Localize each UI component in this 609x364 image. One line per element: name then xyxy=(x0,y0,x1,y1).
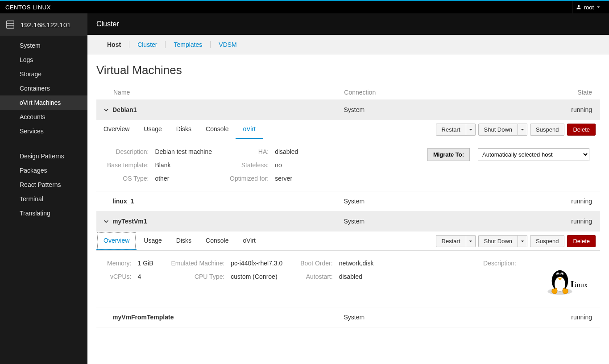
vm-panel: OverviewUsageDisksConsoleoVirt Restart S… xyxy=(96,120,600,191)
vm-connection: System xyxy=(344,218,539,225)
sidebar-item-services[interactable]: Services xyxy=(0,124,87,138)
sidebar-item-accounts[interactable]: Accounts xyxy=(0,110,87,124)
sidebar-item-design-patterns[interactable]: Design Patterns xyxy=(0,149,87,163)
sidebar-item-system[interactable]: System xyxy=(0,38,87,53)
tab-host[interactable]: Host xyxy=(96,41,129,48)
sub-tabs: HostClusterTemplatesVDSM xyxy=(87,35,609,54)
vm-connection: System xyxy=(344,198,539,205)
kv-value: no xyxy=(275,161,298,169)
shutdown-button[interactable]: Shut Down xyxy=(478,124,518,136)
kv-value: disabled xyxy=(339,273,374,280)
host-row[interactable]: 192.168.122.101 xyxy=(0,13,87,36)
vm-tab-console[interactable]: Console xyxy=(199,232,236,250)
vm-action-bar: Restart Shut Down Suspend Delete xyxy=(436,235,596,247)
restart-dropdown[interactable] xyxy=(466,124,476,136)
sidebar-item-packages[interactable]: Packages xyxy=(0,163,87,178)
vm-tab-console[interactable]: Console xyxy=(199,120,236,139)
kv-label: Base template: xyxy=(107,161,149,169)
vm-row[interactable]: linux_1 System running xyxy=(96,191,600,211)
tab-vdsm[interactable]: VDSM xyxy=(211,41,244,48)
vm-tab-usage[interactable]: Usage xyxy=(137,120,169,139)
kv-label: Optimized for: xyxy=(230,175,269,182)
kv-value: disabled xyxy=(275,148,298,155)
restart-dropdown[interactable] xyxy=(466,235,476,247)
kv-label: Stateless: xyxy=(230,161,269,169)
tab-cluster[interactable]: Cluster xyxy=(129,41,166,48)
vm-tab-ovirt[interactable]: oVirt xyxy=(236,120,263,139)
shutdown-button[interactable]: Shut Down xyxy=(478,235,518,247)
user-menu[interactable]: root xyxy=(572,1,604,13)
delete-button[interactable]: Delete xyxy=(567,124,596,136)
kv-label: HA: xyxy=(230,148,269,155)
sidebar-item-logs[interactable]: Logs xyxy=(0,53,87,67)
kv-value: server xyxy=(275,175,298,182)
vm-connection: System xyxy=(344,106,539,113)
vm-name: linux_1 xyxy=(112,198,344,205)
expand-toggle[interactable] xyxy=(100,218,112,224)
vm-state: running xyxy=(539,198,592,205)
sidebar-item-terminal[interactable]: Terminal xyxy=(0,192,87,206)
vm-state: running xyxy=(539,218,592,225)
sidebar-item-ovirt-machines[interactable]: oVirt Machines xyxy=(0,95,87,110)
kv-value: Blank xyxy=(155,161,212,169)
sidebar-item-react-patterns[interactable]: React Patterns xyxy=(0,178,87,192)
kv-value: 1 GiB xyxy=(137,260,153,267)
sidebar-item-containers[interactable]: Containers xyxy=(0,81,87,95)
vm-row[interactable]: Debian1 System running xyxy=(96,100,600,120)
page-title: Virtual Machines xyxy=(96,63,600,77)
vm-tab-disks[interactable]: Disks xyxy=(169,232,199,250)
col-state: State xyxy=(539,89,592,96)
vm-tab-overview[interactable]: Overview xyxy=(96,232,137,250)
svg-text:inux: inux xyxy=(575,281,588,289)
kv-value: Debian test machine xyxy=(155,148,212,155)
sidebar-item-storage[interactable]: Storage xyxy=(0,67,87,81)
kv-value: other xyxy=(155,175,212,182)
vm-tab-overview[interactable]: Overview xyxy=(96,120,137,139)
kv-label: OS Type: xyxy=(107,175,149,182)
brand: CENTOS LINUX xyxy=(5,4,51,11)
delete-button[interactable]: Delete xyxy=(567,235,596,247)
vm-tab-disks[interactable]: Disks xyxy=(169,120,199,139)
migrate-button[interactable]: Migrate To: xyxy=(427,148,470,161)
kv-label: Autostart: xyxy=(300,273,332,280)
kv-label: Memory: xyxy=(107,260,131,267)
host-ip: 192.168.122.101 xyxy=(21,21,71,29)
vm-row[interactable]: myVmFromTemplate System running xyxy=(96,307,600,327)
vm-name: Debian1 xyxy=(112,106,344,113)
vm-row[interactable]: myTestVm1 System running xyxy=(96,211,600,232)
svg-rect-0 xyxy=(7,21,14,29)
user-icon xyxy=(576,4,581,10)
vm-state: running xyxy=(539,314,592,321)
sidebar: 192.168.122.101 SystemLogsStorageContain… xyxy=(0,13,87,364)
vm-action-bar: Restart Shut Down Suspend Delete xyxy=(436,124,596,136)
suspend-button[interactable]: Suspend xyxy=(530,235,564,247)
kv-value: 4 xyxy=(137,273,153,280)
sidebar-item-translating[interactable]: Translating xyxy=(0,206,87,220)
vm-state: running xyxy=(539,106,592,113)
kv-label: Boot Order: xyxy=(300,260,332,267)
restart-button[interactable]: Restart xyxy=(436,235,466,247)
expand-toggle[interactable] xyxy=(100,107,112,113)
suspend-button[interactable]: Suspend xyxy=(530,124,564,136)
shutdown-dropdown[interactable] xyxy=(518,235,527,247)
restart-button[interactable]: Restart xyxy=(436,124,466,136)
svg-point-8 xyxy=(557,273,559,275)
vm-tab-usage[interactable]: Usage xyxy=(137,232,169,250)
tab-templates[interactable]: Templates xyxy=(166,41,211,48)
kv-value: custom (Conroe) xyxy=(231,273,282,280)
shutdown-dropdown[interactable] xyxy=(518,124,527,136)
vm-name: myVmFromTemplate xyxy=(112,314,344,321)
kv-label: Description: xyxy=(483,260,516,267)
kv-label: Description: xyxy=(107,148,149,155)
vm-tab-ovirt[interactable]: oVirt xyxy=(236,232,263,250)
kv-label: vCPUs: xyxy=(107,273,131,280)
vm-panel: OverviewUsageDisksConsoleoVirt Restart S… xyxy=(96,232,600,307)
linux-logo: L inux xyxy=(540,260,589,297)
kv-value: pc-i440fx-rhel7.3.0 xyxy=(231,260,282,267)
user-name: root xyxy=(584,4,594,11)
kv-value: network,disk xyxy=(339,260,374,267)
server-icon xyxy=(5,20,15,29)
col-name: Name xyxy=(113,89,344,96)
migrate-host-select[interactable]: Automatically selected host xyxy=(478,148,589,161)
breadcrumb: Cluster xyxy=(87,13,609,35)
